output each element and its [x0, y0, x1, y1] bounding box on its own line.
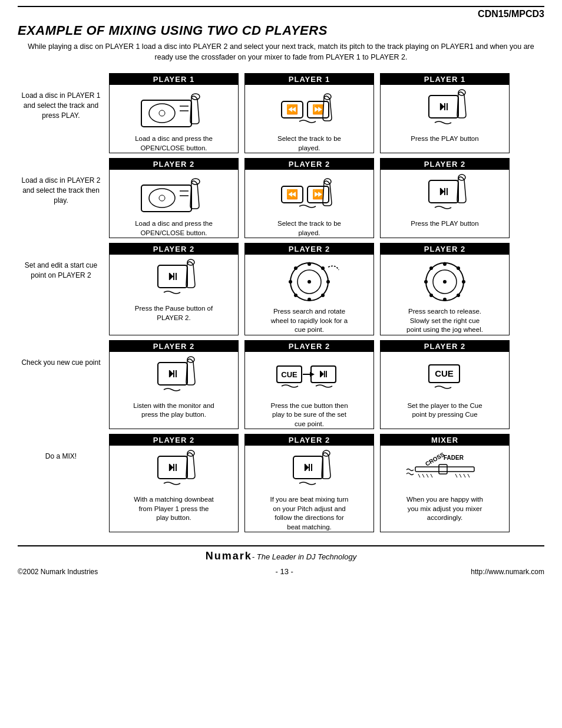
svg-text:⏯: ⏯ — [318, 368, 329, 380]
panel-header-0-0: PLAYER 1 — [110, 74, 238, 85]
page: CDN15/MPCD3 EXAMPLE OF MIXING USING TWO … — [0, 0, 562, 728]
page-footer: ©2002 Numark Industries - 13 - http://ww… — [18, 567, 544, 576]
panel-body-1-1: ⏪ ⏩ — [245, 170, 373, 217]
icon-play-pause-beat: ⏯ — [271, 449, 348, 490]
svg-point-45 — [443, 280, 447, 284]
numark-slogan: - The Leader in DJ Technology — [252, 552, 356, 561]
panel-0-2: PLAYER 1 ⏯ Press the PLAY button — [380, 73, 510, 153]
panels-row-0: PLAYER 1 Load a disc and press the OPEN/… — [109, 73, 544, 153]
panel-header-1-1: PLAYER 2 — [245, 159, 373, 170]
panel-body-0-1: ⏪ ⏩ — [245, 85, 373, 132]
panel-body-2-1 — [245, 255, 373, 305]
panel-body-2-0: ⏯ — [110, 255, 238, 302]
svg-text:⏯: ⏯ — [438, 185, 449, 197]
svg-line-79 — [431, 474, 432, 477]
panel-2-2: PLAYER 2 Press search to release. Slowly… — [380, 243, 510, 335]
intro-text: While playing a disc on PLAYER 1 load a … — [18, 42, 544, 62]
panel-caption-4-0: With a matching downbeat from Player 1 p… — [131, 495, 216, 523]
svg-text:⏪: ⏪ — [286, 104, 298, 115]
panel-body-3-1: CUE ⏯ — [245, 352, 373, 399]
model-number: CDN15/MPCD3 — [478, 9, 544, 19]
svg-point-53 — [429, 266, 433, 270]
row-label-3: Check you new cue point — [18, 340, 109, 368]
panel-caption-3-1: Press the cue button then play to be sur… — [268, 401, 350, 429]
panel-header-3-2: PLAYER 2 — [381, 341, 509, 352]
icon-play-pause-downbeat: ⏯ — [135, 449, 212, 490]
row-label-0: Load a disc in PLAYER 1 and select the t… — [18, 73, 109, 120]
row-0: Load a disc in PLAYER 1 and select the t… — [18, 73, 544, 153]
panel-caption-2-2: Press search to release. Slowly set the … — [404, 307, 485, 335]
row-label-2: Set and edit a start cue point on PLAYER… — [18, 243, 109, 281]
panel-caption-0-1: Select the track to be played. — [275, 134, 343, 153]
panel-3-0: PLAYER 2 ⏯ Listen with the monitor and p… — [109, 340, 239, 430]
svg-text:⏯: ⏯ — [167, 269, 178, 282]
panel-0-1: PLAYER 1 ⏪ ⏩ Select the track to be play… — [244, 73, 374, 153]
icon-cd-player-open — [135, 88, 212, 130]
panel-caption-0-0: Load a disc and press the OPEN/CLOSE but… — [133, 134, 215, 153]
page-title: EXAMPLE OF MIXING USING TWO CD PLAYERS — [18, 23, 544, 38]
svg-line-80 — [455, 474, 457, 477]
icon-cue-play-buttons: CUE ⏯ — [271, 355, 348, 397]
panel-body-2-2 — [381, 255, 509, 305]
panels-row-1: PLAYER 2 Load a disc and press the OPEN/… — [109, 158, 544, 238]
svg-marker-63 — [310, 372, 315, 377]
panel-header-2-1: PLAYER 2 — [245, 243, 373, 255]
svg-point-16 — [159, 195, 165, 201]
row-4: Do a MIX!PLAYER 2 ⏯ With a matching down… — [18, 434, 544, 532]
icon-play-pause-button: ⏯ — [406, 88, 483, 130]
panel-caption-4-2: When you are happy with you mix adjust y… — [404, 495, 485, 523]
panel-caption-1-0: Load a disc and press the OPEN/CLOSE but… — [133, 219, 215, 238]
svg-point-41 — [294, 266, 297, 270]
svg-line-82 — [464, 474, 465, 477]
row-1: Load a disc in PLAYER 2 and select the t… — [18, 158, 544, 238]
panel-4-0: PLAYER 2 ⏯ With a matching downbeat from… — [109, 434, 239, 532]
svg-point-36 — [326, 280, 330, 284]
panel-2-1: PLAYER 2 Press search a — [244, 243, 374, 335]
svg-text:⏩: ⏩ — [312, 104, 324, 115]
panel-1-1: PLAYER 2 ⏪ ⏩ Select the track to be play… — [244, 158, 374, 238]
svg-point-15 — [149, 189, 175, 207]
panel-4-1: PLAYER 2 ⏯ If you are beat mixing turn o… — [244, 434, 374, 532]
panel-body-0-2: ⏯ — [381, 85, 509, 132]
svg-point-1 — [149, 104, 175, 123]
svg-rect-74 — [415, 467, 474, 472]
svg-point-52 — [424, 280, 428, 284]
panel-header-0-1: PLAYER 1 — [245, 74, 373, 85]
panel-caption-2-1: Press search and rotate wheel to rapidly… — [269, 307, 350, 335]
panel-caption-3-2: Set the player to the Cue point by press… — [405, 401, 484, 420]
panel-body-3-2: CUE — [381, 352, 509, 399]
brand-footer: Numark- The Leader in DJ Technology — [18, 545, 544, 562]
svg-point-48 — [462, 280, 465, 284]
svg-text:⏩: ⏩ — [312, 189, 324, 200]
panel-body-3-0: ⏯ — [110, 352, 238, 399]
icon-track-select-buttons: ⏪ ⏩ — [271, 88, 348, 130]
panel-body-4-0: ⏯ — [110, 446, 238, 493]
svg-point-51 — [429, 294, 433, 297]
row-label-1: Load a disc in PLAYER 2 and select the t… — [18, 158, 109, 205]
svg-point-33 — [308, 280, 311, 284]
icon-crossfader: CROSS FADER — [404, 449, 486, 490]
svg-point-2 — [159, 110, 165, 116]
icon-cd-player-open — [135, 173, 212, 215]
svg-text:⏯: ⏯ — [167, 460, 178, 473]
svg-text:⏯: ⏯ — [302, 460, 314, 473]
panel-4-2: MIXER CROSS FADER When yo — [380, 434, 510, 532]
panel-1-2: PLAYER 2 ⏯ Press the PLAY button — [380, 158, 510, 238]
svg-text:CUE: CUE — [281, 370, 297, 379]
website: http://www.numark.com — [471, 568, 544, 576]
panel-body-1-2: ⏯ — [381, 170, 509, 217]
panel-header-2-2: PLAYER 2 — [381, 243, 509, 255]
panel-caption-1-2: Press the PLAY button — [408, 219, 481, 229]
row-label-4: Do a MIX! — [18, 434, 109, 462]
panel-caption-2-0: Press the Pause button of PLAYER 2. — [133, 304, 215, 322]
panel-header-1-2: PLAYER 2 — [381, 159, 509, 170]
panel-header-4-1: PLAYER 2 — [245, 434, 373, 446]
panels-row-3: PLAYER 2 ⏯ Listen with the monitor and p… — [109, 340, 544, 430]
panel-header-4-2: MIXER — [381, 434, 509, 446]
panel-3-2: PLAYER 2 CUE Set the player to the Cue p… — [380, 340, 510, 430]
panel-body-4-2: CROSS FADER — [381, 446, 509, 493]
svg-text:⏯: ⏯ — [438, 100, 449, 113]
svg-text:FADER: FADER — [444, 454, 464, 461]
svg-point-49 — [457, 294, 460, 297]
svg-text:⏯: ⏯ — [167, 367, 178, 380]
